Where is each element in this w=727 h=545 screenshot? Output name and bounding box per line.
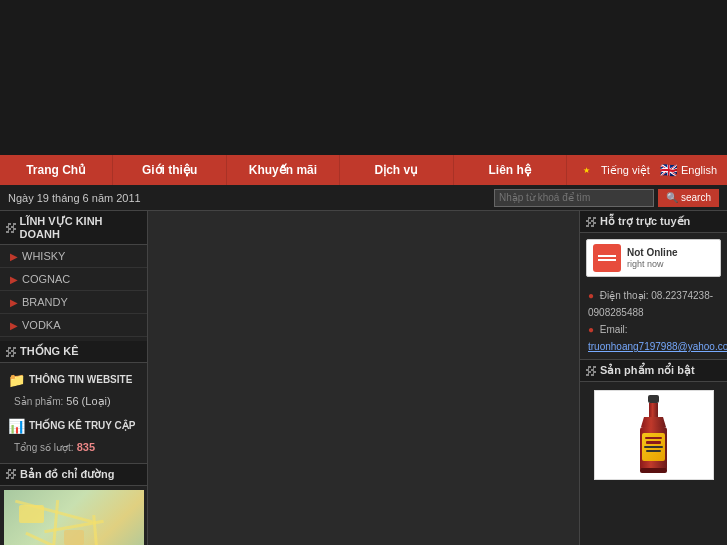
access-label: THỐNG KÊ TRUY CẬP <box>29 418 136 434</box>
subbar: Ngày 19 tháng 6 năm 2011 🔍 search <box>0 185 727 211</box>
content-area <box>148 211 579 545</box>
lang-en-button[interactable]: 🇬🇧 English <box>660 162 717 178</box>
contact-info: ● Điện thoại: 08.22374238-0908285488 ● E… <box>580 283 727 359</box>
bullet-icon-2: ● <box>588 324 594 335</box>
total-value: 835 <box>77 441 95 453</box>
arrow-icon: ▶ <box>10 274 18 285</box>
arrow-icon: ▶ <box>10 297 18 308</box>
map-header-label: Bản đồ chỉ đường <box>20 468 115 481</box>
search-icon: 🔍 <box>666 192 678 203</box>
sidebar-item-whisky[interactable]: ▶ WHISKY <box>0 245 147 268</box>
icon-line2 <box>598 259 616 261</box>
not-online-line2: right now <box>627 259 678 271</box>
sidebar-item-cognac[interactable]: ▶ COGNAC <box>0 268 147 291</box>
grid-icon <box>6 223 16 233</box>
not-online-box: Not Online right now <box>586 239 721 277</box>
search-area: 🔍 search <box>494 189 719 207</box>
right-sidebar: Hỗ trợ trực tuyến Not Online right now ●… <box>579 211 727 545</box>
svg-rect-5 <box>645 437 662 439</box>
arrow-icon: ▶ <box>10 320 18 331</box>
sidebar-item-vodka[interactable]: ▶ VODKA <box>0 314 147 337</box>
flag-uk-icon: 🇬🇧 <box>660 162 677 178</box>
product-thumbnail[interactable] <box>594 390 714 480</box>
nav-about[interactable]: Giới thiệu <box>113 155 226 185</box>
stats-section-header: THỐNG KÊ <box>0 341 147 363</box>
left-sidebar: LĨNH VỰC KINH DOANH ▶ WHISKY ▶ COGNAC ▶ … <box>0 211 148 545</box>
products-label: Sản phẩm: <box>14 396 63 407</box>
map-thumbnail[interactable] <box>4 490 144 545</box>
sidebar-item-vodka-label: VODKA <box>22 319 61 331</box>
sidebar-item-whisky-label: WHISKY <box>22 250 65 262</box>
product-header-label: Sản phẩm nổi bật <box>600 364 695 377</box>
date-display: Ngày 19 tháng 6 năm 2011 <box>8 192 494 204</box>
navbar: Trang Chủ Giới thiệu Khuyến mãi Dịch vụ … <box>0 155 727 185</box>
stats-content: 📁 THÔNG TIN WEBSITE Sản phẩm: 56 (Loại) … <box>0 363 147 463</box>
nav-service[interactable]: Dịch vụ <box>340 155 453 185</box>
whisky-bottle-svg <box>626 393 681 478</box>
email-info: ● Email: truonhoang7197988@yahoo.com.vn <box>588 321 719 355</box>
svg-marker-2 <box>641 417 666 427</box>
sidebar-item-cognac-label: COGNAC <box>22 273 70 285</box>
map-image <box>4 490 144 545</box>
svg-rect-9 <box>640 468 667 473</box>
search-input[interactable] <box>494 189 654 207</box>
support-section-header: Hỗ trợ trực tuyến <box>580 211 727 233</box>
phone-label: Điện thoại: <box>600 290 649 301</box>
email-link[interactable]: truonhoang7197988@yahoo.com.vn <box>588 341 727 352</box>
website-info-label: THÔNG TIN WEBSITE <box>29 372 132 388</box>
grid-icon-stats <box>6 347 16 357</box>
total-label: Tổng số lượt: <box>14 442 74 453</box>
lang-vn-label: Tiếng việt <box>601 164 650 177</box>
svg-rect-0 <box>648 395 659 403</box>
grid-icon-map <box>6 469 16 479</box>
lang-vn-button[interactable]: Tiếng việt <box>577 164 650 177</box>
stats-header-label: THỐNG KÊ <box>20 345 79 358</box>
language-switcher: Tiếng việt 🇬🇧 English <box>567 162 727 178</box>
nav-contact[interactable]: Liên hệ <box>454 155 567 185</box>
icon-line1 <box>598 255 616 257</box>
lang-en-label: English <box>681 164 717 176</box>
email-value: truonhoang7197988@yahoo.com.vn <box>588 341 727 352</box>
flag-vn-icon <box>577 164 597 177</box>
not-online-text: Not Online right now <box>627 246 678 271</box>
svg-rect-1 <box>649 403 658 417</box>
sidebar-item-brandy[interactable]: ▶ BRANDY <box>0 291 147 314</box>
products-value: 56 (Loại) <box>66 395 110 407</box>
chart-icon: 📊 <box>8 415 25 437</box>
support-header-label: Hỗ trợ trực tuyến <box>600 215 690 228</box>
main-layout: LĨNH VỰC KINH DOANH ▶ WHISKY ▶ COGNAC ▶ … <box>0 211 727 545</box>
grid-icon-product <box>586 366 596 376</box>
svg-rect-6 <box>646 441 661 444</box>
arrow-icon: ▶ <box>10 251 18 262</box>
grid-icon-support <box>586 217 596 227</box>
search-button-label: search <box>681 192 711 203</box>
email-label: Email: <box>600 324 628 335</box>
search-button[interactable]: 🔍 search <box>658 189 719 207</box>
folder-icon: 📁 <box>8 369 25 391</box>
map-section-header: Bản đồ chỉ đường <box>0 463 147 486</box>
phone-info: ● Điện thoại: 08.22374238-0908285488 <box>588 287 719 321</box>
svg-rect-7 <box>644 446 663 448</box>
business-section-header: LĨNH VỰC KINH DOANH <box>0 211 147 245</box>
product-section-header: Sản phẩm nổi bật <box>580 359 727 382</box>
not-online-icon <box>593 244 621 272</box>
svg-rect-8 <box>646 450 661 452</box>
business-header-label: LĨNH VỰC KINH DOANH <box>20 215 141 240</box>
nav-promo[interactable]: Khuyến mãi <box>227 155 340 185</box>
sidebar-item-brandy-label: BRANDY <box>22 296 68 308</box>
not-online-line1: Not Online <box>627 246 678 259</box>
bullet-icon: ● <box>588 290 594 301</box>
nav-home[interactable]: Trang Chủ <box>0 155 113 185</box>
top-banner <box>0 0 727 155</box>
